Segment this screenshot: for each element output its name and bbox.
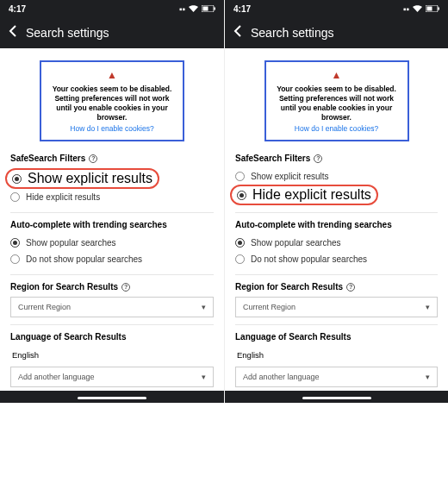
wifi-icon: [413, 4, 422, 14]
help-icon[interactable]: ?: [89, 154, 97, 163]
signal-icon: ▪▪: [179, 4, 185, 14]
radio-show-popular[interactable]: [235, 238, 245, 248]
safesearch-section: SafeSearch Filters? Show explicit result…: [10, 154, 214, 205]
help-icon[interactable]: ?: [346, 283, 355, 292]
region-section: Region for Search Results? Current Regio…: [10, 282, 214, 317]
chevron-down-icon: ▾: [202, 373, 206, 381]
wifi-icon: [189, 4, 198, 14]
back-icon[interactable]: [233, 25, 242, 41]
radio-hide-explicit[interactable]: [10, 192, 20, 202]
page-title: Search settings: [251, 26, 334, 40]
battery-icon: [426, 4, 439, 14]
region-section: Region for Search Results? Current Regio…: [235, 282, 438, 317]
warning-icon: ▲: [271, 69, 402, 81]
home-indicator[interactable]: [302, 397, 371, 399]
page-title: Search settings: [26, 26, 109, 40]
add-language-select[interactable]: Add another language ▾: [10, 367, 214, 387]
language-value: English: [235, 347, 438, 363]
region-select[interactable]: Current Region ▾: [235, 297, 438, 317]
radio-hide-popular[interactable]: [10, 254, 20, 264]
radio-hide-explicit[interactable]: [237, 191, 246, 200]
highlight-show-explicit: Show explicit results: [5, 168, 159, 189]
region-select[interactable]: Current Region ▾: [10, 297, 214, 317]
safesearch-section: SafeSearch Filters? Show explicit result…: [235, 154, 438, 205]
autocomplete-section: Auto-complete with trending searches Sho…: [10, 220, 214, 267]
battery-icon: [202, 4, 215, 14]
cookie-notice: ▲ Your cookies seem to be disabled. Sett…: [264, 60, 409, 141]
radio-show-explicit[interactable]: [235, 172, 245, 181]
status-icons: ▪▪: [179, 4, 215, 14]
autocomplete-section: Auto-complete with trending searches Sho…: [235, 220, 438, 267]
header: Search settings: [225, 17, 448, 48]
chevron-down-icon: ▾: [426, 373, 430, 381]
warning-icon: ▲: [47, 69, 177, 81]
status-icons: ▪▪: [403, 4, 439, 14]
status-time: 4:17: [9, 4, 26, 14]
svg-rect-5: [439, 7, 440, 9]
radio-show-popular[interactable]: [10, 238, 20, 248]
cookie-notice: ▲ Your cookies seem to be disabled. Sett…: [40, 60, 184, 141]
add-language-select[interactable]: Add another language ▾: [235, 367, 438, 387]
back-icon[interactable]: [9, 25, 17, 41]
language-section: Language of Search Results English Add a…: [235, 332, 438, 387]
chevron-down-icon: ▾: [202, 303, 206, 311]
enable-cookies-link[interactable]: How do I enable cookies?: [47, 124, 177, 133]
enable-cookies-link[interactable]: How do I enable cookies?: [271, 124, 402, 133]
svg-rect-1: [203, 6, 208, 10]
svg-rect-2: [215, 7, 216, 9]
svg-rect-4: [427, 6, 432, 10]
screenshot-right: 4:17 ▪▪ Search settings ▲ Your cookies s…: [224, 0, 448, 403]
status-bar: 4:17 ▪▪: [225, 0, 448, 17]
help-icon[interactable]: ?: [314, 154, 322, 163]
chevron-down-icon: ▾: [426, 303, 430, 311]
signal-icon: ▪▪: [403, 4, 409, 14]
language-section: Language of Search Results English Add a…: [10, 332, 214, 387]
help-icon[interactable]: ?: [121, 283, 130, 292]
radio-show-explicit[interactable]: [12, 174, 22, 184]
status-bar: 4:17 ▪▪: [0, 0, 224, 17]
header: Search settings: [0, 17, 224, 48]
radio-hide-popular[interactable]: [235, 254, 245, 264]
screenshot-left: 4:17 ▪▪ Search settings ▲ Your cookies s…: [0, 0, 224, 403]
language-value: English: [10, 347, 214, 363]
home-indicator[interactable]: [78, 397, 146, 399]
status-time: 4:17: [233, 4, 251, 14]
highlight-hide-explicit: Hide explicit results: [230, 185, 378, 205]
